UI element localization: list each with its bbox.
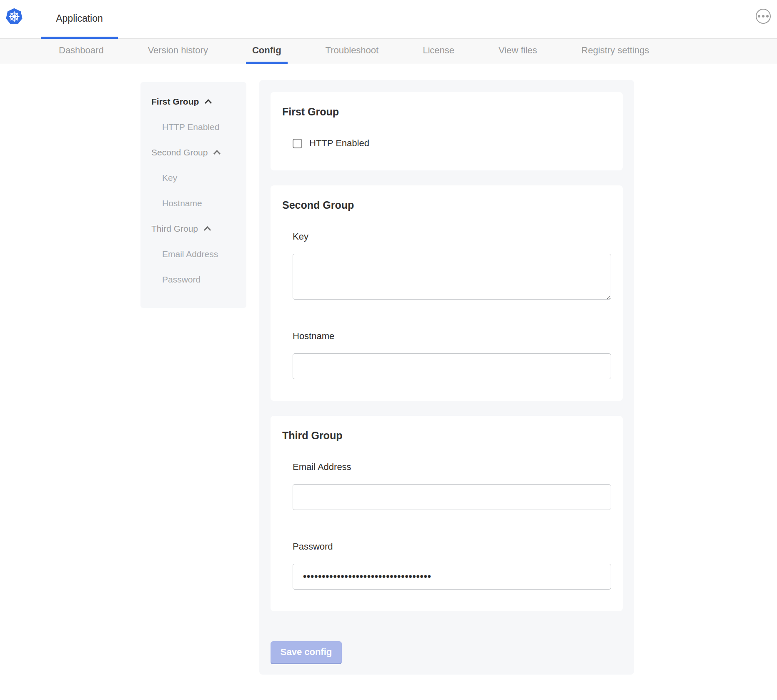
key-textarea[interactable] (293, 254, 611, 300)
config-sidebar-list: First GroupHTTP EnabledSecond GroupKeyHo… (140, 82, 246, 292)
sidebar-group-label: Second Group (151, 148, 208, 158)
tab-view-files[interactable]: View files (492, 39, 544, 64)
kubernetes-logo-icon (5, 7, 23, 25)
field-label-hostname: Hostname (293, 331, 611, 342)
config-field-email-address: Email Address (293, 462, 611, 510)
chevron-up-icon (204, 99, 212, 104)
tab-license[interactable]: License (416, 39, 461, 64)
sidebar-item-password[interactable]: Password (140, 267, 246, 292)
chevron-up-icon (213, 150, 221, 155)
sidebar-group-label: First Group (151, 97, 199, 107)
config-group-title: First Group (282, 105, 611, 118)
config-field-key: Key (293, 231, 611, 300)
sidebar-group-first-group[interactable]: First Group (140, 89, 246, 114)
tab-troubleshoot[interactable]: Troubleshoot (319, 39, 385, 64)
tab-version-history[interactable]: Version history (142, 39, 214, 64)
chevron-up-icon (203, 226, 211, 231)
checkbox-row-http-enabled[interactable]: HTTP Enabled (293, 138, 611, 149)
sidebar-item-hostname[interactable]: Hostname (140, 190, 246, 216)
sidebar-item-key[interactable]: Key (140, 165, 246, 190)
email-address-input[interactable] (293, 484, 611, 510)
tab-config[interactable]: Config (246, 39, 288, 64)
sidebar-group-label: Third Group (151, 224, 198, 234)
tab-dashboard[interactable]: Dashboard (53, 39, 110, 64)
config-group-card-first-group: First GroupHTTP Enabled (271, 92, 623, 170)
config-content-panel: First GroupHTTP EnabledSecond GroupKeyHo… (259, 80, 634, 675)
ellipsis-icon (762, 15, 764, 18)
app-tab-application[interactable]: Application (41, 0, 118, 39)
save-config-button[interactable]: Save config (271, 641, 342, 664)
checkbox-label: HTTP Enabled (309, 138, 369, 149)
ellipsis-icon (758, 15, 760, 18)
http-enabled-checkbox[interactable] (293, 139, 302, 148)
password-input[interactable] (293, 564, 611, 590)
ellipsis-icon (766, 15, 769, 18)
config-field-hostname: Hostname (293, 331, 611, 379)
hostname-input[interactable] (293, 353, 611, 379)
top-header: Application (0, 0, 777, 39)
sidebar-group-third-group[interactable]: Third Group (140, 216, 246, 241)
config-field-password: Password (293, 541, 611, 590)
tab-registry-settings[interactable]: Registry settings (575, 39, 656, 64)
secondary-nav: DashboardVersion historyConfigTroublesho… (0, 39, 777, 64)
config-group-card-third-group: Third GroupEmail AddressPassword (271, 416, 623, 611)
field-label-email-address: Email Address (293, 462, 611, 472)
sidebar-item-email-address[interactable]: Email Address (140, 241, 246, 267)
sidebar-item-http-enabled[interactable]: HTTP Enabled (140, 114, 246, 140)
config-group-card-second-group: Second GroupKeyHostname (271, 185, 623, 401)
config-field-http-enabled: HTTP Enabled (293, 138, 611, 149)
config-group-title: Second Group (282, 199, 611, 211)
field-label-password: Password (293, 541, 611, 552)
config-sidebar: First GroupHTTP EnabledSecond GroupKeyHo… (140, 82, 246, 308)
field-label-key: Key (293, 231, 611, 242)
overflow-menu-button[interactable] (756, 9, 771, 24)
sidebar-group-second-group[interactable]: Second Group (140, 140, 246, 165)
config-group-title: Third Group (282, 429, 611, 442)
